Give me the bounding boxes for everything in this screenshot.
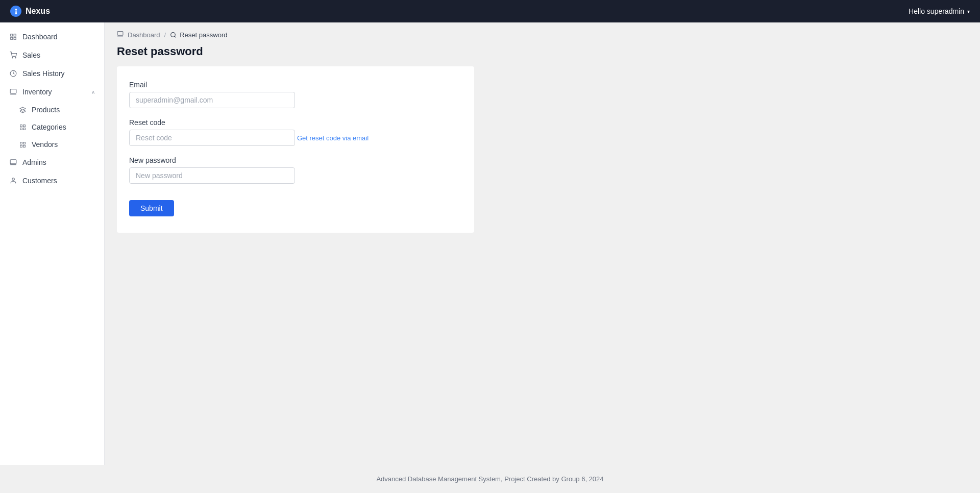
sidebar-label-sales-history: Sales History	[22, 69, 95, 78]
reset-code-label: Reset code	[129, 118, 462, 127]
footer: Advanced Database Management System, Pro…	[0, 465, 980, 493]
new-password-field[interactable]	[129, 167, 295, 184]
sidebar-label-sales: Sales	[22, 51, 95, 59]
inventory-icon	[9, 88, 17, 96]
new-password-group: New password	[129, 156, 462, 184]
sidebar-item-vendors[interactable]: Vendors	[0, 136, 104, 153]
brand-name: Nexus	[26, 7, 50, 16]
get-reset-code-link[interactable]: Get reset code via email	[297, 134, 369, 142]
sidebar-item-customers[interactable]: Customers	[0, 171, 104, 190]
reset-code-group: Reset code Get reset code via email	[129, 118, 462, 146]
sidebar-item-categories[interactable]: Categories	[0, 118, 104, 136]
sidebar-label-categories: Categories	[32, 123, 95, 131]
user-chevron-icon: ▾	[967, 9, 970, 14]
sidebar-item-sales-history[interactable]: Sales History	[0, 64, 104, 83]
svg-point-20	[12, 178, 15, 181]
inventory-chevron-icon: ∧	[91, 89, 95, 95]
sidebar-item-admins[interactable]: Admins	[0, 153, 104, 171]
breadcrumb-current: Reset password	[170, 31, 227, 39]
sidebar-label-vendors: Vendors	[32, 140, 95, 149]
layout: Dashboard Sales Sales History Inventory …	[0, 22, 980, 465]
vendors-icon	[18, 140, 27, 149]
breadcrumb-separator: /	[164, 31, 166, 39]
svg-marker-9	[20, 107, 26, 110]
sidebar-item-sales[interactable]: Sales	[0, 46, 104, 64]
svg-rect-10	[20, 125, 22, 127]
products-icon	[18, 106, 27, 114]
brand: Nexus	[10, 6, 50, 17]
sidebar-item-products[interactable]: Products	[0, 101, 104, 118]
sidebar-item-inventory[interactable]: Inventory ∧	[0, 83, 104, 101]
breadcrumb-home[interactable]: Dashboard	[128, 31, 160, 39]
breadcrumb: Dashboard / Reset password	[105, 22, 980, 43]
email-group: Email	[129, 81, 462, 108]
sidebar-submenu-inventory: Products Categories Vendors	[0, 101, 104, 153]
page-title: Reset password	[105, 43, 980, 66]
email-label: Email	[129, 81, 462, 89]
dashboard-icon	[9, 33, 17, 41]
submit-button[interactable]: Submit	[129, 200, 174, 216]
sidebar-label-customers: Customers	[22, 177, 95, 185]
breadcrumb-home-icon	[117, 31, 124, 39]
user-greeting: Hello superadmin	[909, 7, 964, 15]
svg-point-5	[15, 58, 16, 58]
categories-icon	[18, 123, 27, 131]
sidebar: Dashboard Sales Sales History Inventory …	[0, 22, 105, 465]
sales-icon	[9, 51, 17, 59]
svg-rect-16	[20, 145, 22, 147]
breadcrumb-current-label: Reset password	[180, 31, 227, 39]
sales-history-icon	[9, 69, 17, 78]
footer-text: Advanced Database Management System, Pro…	[376, 475, 603, 483]
reset-code-field[interactable]	[129, 130, 295, 146]
brand-icon	[10, 6, 21, 17]
sidebar-label-products: Products	[32, 106, 95, 114]
svg-rect-14	[20, 142, 22, 144]
sidebar-item-dashboard[interactable]: Dashboard	[0, 28, 104, 46]
email-field[interactable]	[129, 92, 295, 108]
sidebar-label-inventory: Inventory	[22, 88, 86, 96]
new-password-label: New password	[129, 156, 462, 164]
form-card: Email Reset code Get reset code via emai…	[117, 66, 474, 233]
svg-point-4	[12, 58, 13, 58]
svg-rect-21	[117, 32, 123, 36]
svg-rect-11	[23, 125, 25, 127]
svg-rect-12	[20, 128, 22, 130]
svg-rect-1	[14, 34, 16, 36]
svg-point-23	[171, 32, 176, 37]
sidebar-label-admins: Admins	[22, 158, 95, 166]
svg-rect-3	[14, 37, 16, 39]
svg-rect-17	[23, 145, 25, 147]
user-menu[interactable]: Hello superadmin ▾	[909, 7, 970, 15]
svg-rect-15	[23, 142, 25, 144]
customers-icon	[9, 177, 17, 185]
main-content: Dashboard / Reset password Reset passwor…	[105, 22, 980, 465]
topbar: Nexus Hello superadmin ▾	[0, 0, 980, 22]
svg-rect-13	[23, 128, 25, 130]
svg-rect-0	[11, 34, 13, 36]
svg-rect-7	[10, 89, 16, 93]
sidebar-label-dashboard: Dashboard	[22, 33, 95, 41]
svg-rect-18	[10, 160, 16, 164]
svg-rect-2	[11, 37, 13, 39]
admins-icon	[9, 158, 17, 166]
